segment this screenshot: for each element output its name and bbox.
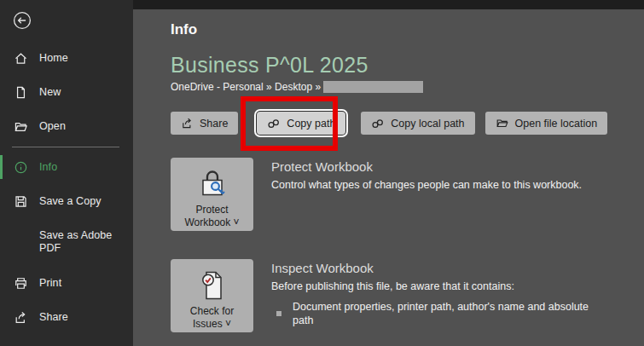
protect-workbook-button-label: Protect Workbook ˅ <box>178 204 247 229</box>
sidebar-item-print[interactable]: Print <box>0 266 133 300</box>
protect-workbook-button[interactable]: Protect Workbook ˅ <box>171 158 253 231</box>
share-button[interactable]: Share <box>171 112 238 135</box>
copy-local-path-button[interactable]: Copy local path <box>361 112 474 135</box>
lock-with-key-icon <box>196 166 229 202</box>
sidebar-item-save-a-copy[interactable]: Save a Copy <box>0 184 133 218</box>
sidebar-divider <box>12 147 119 147</box>
open-folder-icon <box>14 119 28 134</box>
document-checkmark-icon <box>196 268 229 303</box>
breadcrumb: OneDrive - Personal » Desktop » <box>171 80 610 94</box>
sidebar-item-new[interactable]: New <box>0 75 133 109</box>
sidebar-item-info[interactable]: Info <box>0 150 133 184</box>
check-for-issues-button[interactable]: Check for Issues ˅ <box>171 259 253 332</box>
backstage-info-pane: Info Business P^0L 2025 OneDrive - Perso… <box>133 0 644 346</box>
sidebar-item-home[interactable]: Home <box>0 41 133 75</box>
copy-path-button-label: Copy path <box>287 118 335 130</box>
inspect-workbook-text: Inspect Workbook Before publishing this … <box>271 259 610 327</box>
copy-path-button[interactable]: Copy path <box>257 112 345 135</box>
sidebar-item-label: New <box>39 86 61 99</box>
sidebar-item-label: Print <box>39 277 61 290</box>
page-title: Info <box>171 20 610 39</box>
excel-backstage-view: Home New Open <box>0 0 644 346</box>
sidebar-item-label: Save as Adobe PDF <box>39 229 121 255</box>
protect-workbook-section: Protect Workbook ˅ Protect Workbook Cont… <box>171 158 610 231</box>
printer-icon <box>14 276 28 291</box>
bullet-text: Document properties, printer path, autho… <box>293 300 610 327</box>
save-icon <box>14 194 28 209</box>
document-title: Business P^0L 2025 <box>171 52 610 78</box>
check-for-issues-button-label: Check for Issues ˅ <box>178 305 247 331</box>
share-icon <box>14 310 28 325</box>
info-circle-icon <box>14 160 28 175</box>
section-description: Control what types of changes people can… <box>271 178 582 193</box>
copy-local-path-button-label: Copy local path <box>391 118 464 130</box>
section-heading: Protect Workbook <box>271 159 582 175</box>
link-icon <box>371 118 385 130</box>
sidebar-item-open[interactable]: Open <box>0 109 133 143</box>
sidebar-nav: Home New Open <box>0 41 133 334</box>
sidebar-item-label: Info <box>39 161 57 174</box>
breadcrumb-path: OneDrive - Personal » Desktop » <box>171 80 321 94</box>
inspect-workbook-section: Check for Issues ˅ Inspect Workbook Befo… <box>171 259 610 332</box>
new-document-icon <box>14 85 28 100</box>
sidebar: Home New Open <box>0 0 133 346</box>
sidebar-item-label: Save a Copy <box>39 195 102 208</box>
open-file-location-button[interactable]: Open file location <box>485 112 608 135</box>
share-button-label: Share <box>200 118 228 130</box>
protect-workbook-text: Protect Workbook Control what types of c… <box>271 158 582 193</box>
sidebar-item-label: Home <box>39 52 68 65</box>
redacted-path-block <box>323 81 423 93</box>
sidebar-item-share[interactable]: Share <box>0 300 133 334</box>
section-description: Before publishing this file, be aware th… <box>271 280 610 294</box>
section-heading: Inspect Workbook <box>271 260 610 276</box>
sidebar-item-label: Open <box>39 120 66 133</box>
titlebar-strip <box>133 0 644 9</box>
back-button[interactable] <box>13 11 32 30</box>
square-bullet-icon <box>276 311 281 316</box>
sidebar-item-save-as-adobe-pdf[interactable]: Save as Adobe PDF <box>0 218 133 266</box>
link-icon <box>267 118 281 130</box>
bullet-item: Document properties, printer path, autho… <box>271 300 610 327</box>
home-icon <box>14 51 28 66</box>
share-icon <box>181 117 194 130</box>
document-toolbar: Share Copy path <box>171 112 610 135</box>
open-folder-icon <box>496 117 509 130</box>
open-file-location-button-label: Open file location <box>515 118 598 130</box>
sidebar-item-label: Share <box>39 311 68 324</box>
back-arrow-circle-icon <box>13 11 32 30</box>
